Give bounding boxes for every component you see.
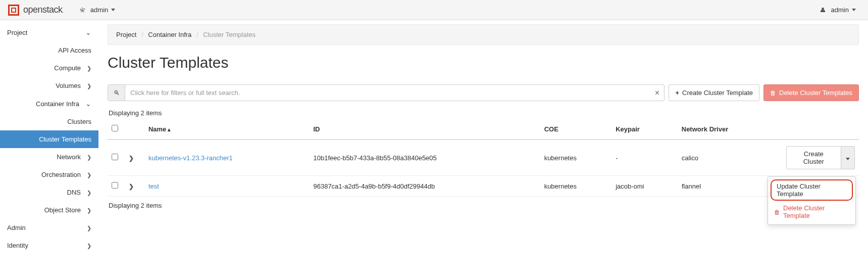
sidebar-item-object-store[interactable]: Object Store (0, 201, 98, 219)
table-row: kubernetes-v1.23.3-rancher1 10b1feec-b5b… (108, 140, 859, 176)
breadcrumb-sep: / (141, 31, 143, 38)
sidebar-item-label: Volumes (56, 82, 81, 89)
sidebar-item-label: Object Store (44, 206, 81, 214)
display-count-bottom: Displaying 2 items (109, 202, 859, 209)
cell-id: 10b1feec-b5b7-433a-8b55-08a3840e5e05 (309, 140, 540, 176)
sidebar-item-orchestration[interactable]: Orchestration (0, 166, 98, 183)
sidebar-item-label: Orchestration (41, 171, 81, 178)
openstack-logo-icon (8, 5, 19, 16)
breadcrumb: Project / Container Infra / Cluster Temp… (108, 24, 859, 45)
project-switcher[interactable]: admin (76, 4, 119, 16)
cell-keypair: jacob-omi (611, 176, 678, 197)
search-clear-button[interactable]: × (650, 85, 664, 101)
breadcrumb-current: Cluster Templates (203, 31, 256, 38)
breadcrumb-item[interactable]: Project (116, 31, 136, 38)
col-header-name[interactable]: Name (144, 119, 310, 140)
chevron-right-icon (87, 171, 91, 178)
select-all-checkbox[interactable] (112, 125, 118, 131)
search-wrap: × (108, 84, 665, 101)
caret-down-icon (111, 9, 115, 11)
sidebar-item-label: API Access (58, 47, 91, 54)
user-menu-label: admin (831, 6, 849, 14)
page-title: Cluster Templates (108, 54, 859, 71)
create-cluster-template-button[interactable]: Create Cluster Template (669, 84, 759, 101)
chevron-right-icon (87, 206, 91, 214)
user-menu[interactable]: admin (816, 4, 860, 16)
chevron-down-icon (85, 100, 91, 108)
cell-netdrv: calico (678, 140, 782, 176)
cell-keypair: - (611, 140, 678, 176)
topbar: openstack. admin admin (0, 0, 868, 20)
sidebar-item-label: Project (7, 29, 27, 36)
cluster-templates-table: Name ID COE Keypair Network Driver kuber… (108, 119, 859, 197)
sidebar-item-api-access[interactable]: API Access (0, 41, 98, 59)
chevron-right-icon (87, 189, 91, 196)
chevron-right-icon (87, 242, 91, 249)
col-header-keypair[interactable]: Keypair (611, 119, 678, 140)
expand-toggle[interactable] (128, 154, 135, 162)
sidebar-item-label: Admin (7, 224, 26, 232)
dropdown-item-label: Delete Cluster Template (783, 204, 849, 219)
search-input[interactable] (125, 85, 650, 101)
user-icon (820, 6, 828, 14)
highlight-ring: Update Cluster Template (771, 179, 853, 201)
search-icon (108, 85, 125, 101)
sidebar-item-label: Compute (54, 64, 81, 72)
sidebar-item-label: Identity (7, 242, 28, 249)
create-cluster-button[interactable]: Create Cluster (786, 146, 841, 169)
toolbar: × Create Cluster Template Delete Cluster… (108, 84, 859, 101)
chevron-down-icon (85, 28, 91, 36)
col-header-netdrv[interactable]: Network Driver (678, 119, 782, 140)
sidebar-item-project[interactable]: Project (0, 23, 98, 41)
row-actions-toggle[interactable] (841, 146, 855, 169)
sidebar-item-label: DNS (67, 189, 81, 196)
expand-toggle[interactable] (128, 182, 135, 190)
sidebar-item-identity[interactable]: Identity (0, 237, 98, 254)
sidebar-item-container-infra[interactable]: Container Infra (0, 95, 98, 113)
delete-cluster-templates-button[interactable]: Delete Cluster Templates (763, 84, 859, 101)
col-header-coe[interactable]: COE (540, 119, 612, 140)
sidebar-item-compute[interactable]: Compute (0, 59, 98, 77)
row-checkbox[interactable] (112, 182, 118, 189)
sidebar-item-label: Network (57, 153, 81, 161)
caret-down-icon (852, 9, 856, 11)
main-content: Project / Container Infra / Cluster Temp… (98, 20, 868, 254)
template-name-link[interactable]: kubernetes-v1.23.3-rancher1 (148, 154, 233, 162)
table-row: test 96387ca1-a2d5-4a9b-b5f9-4d0df29944d… (108, 176, 859, 197)
chevron-right-icon (87, 82, 91, 89)
sidebar-item-clusters[interactable]: Clusters (0, 113, 98, 130)
row-checkbox[interactable] (112, 154, 118, 160)
sidebar-item-network[interactable]: Network (0, 148, 98, 166)
brand-logo[interactable]: openstack. (8, 5, 64, 16)
breadcrumb-item[interactable]: Container Infra (148, 31, 191, 38)
sidebar-item-cluster-templates[interactable]: Cluster Templates (0, 130, 98, 148)
plus-icon (675, 89, 679, 97)
sidebar-item-label: Cluster Templates (39, 135, 91, 143)
display-count-top: Displaying 2 items (109, 109, 859, 117)
delete-cluster-template-item[interactable]: Delete Cluster Template (768, 201, 855, 222)
sidebar-item-volumes[interactable]: Volumes (0, 77, 98, 95)
project-switcher-label: admin (90, 6, 108, 14)
trash-icon (770, 89, 776, 97)
sidebar: Project API Access Compute Volumes Conta… (0, 20, 98, 254)
template-name-link[interactable]: test (148, 182, 159, 190)
update-cluster-template-item[interactable]: Update Cluster Template (777, 182, 847, 198)
chevron-right-icon (87, 64, 91, 72)
caret-down-icon (846, 158, 850, 160)
sidebar-item-admin[interactable]: Admin (0, 219, 98, 237)
button-label: Create Cluster Template (682, 89, 753, 97)
cell-id: 96387ca1-a2d5-4a9b-b5f9-4d0df29944db (309, 176, 540, 197)
cell-netdrv: flannel (678, 176, 782, 197)
sidebar-item-dns[interactable]: DNS (0, 183, 98, 201)
sidebar-item-label: Clusters (67, 118, 91, 125)
col-header-id[interactable]: ID (309, 119, 540, 140)
button-label: Delete Cluster Templates (779, 89, 852, 97)
cell-coe: kubernetes (540, 176, 612, 197)
chevron-right-icon (87, 153, 91, 161)
project-icon (80, 6, 87, 14)
chevron-right-icon (87, 224, 91, 232)
sidebar-item-label: Container Infra (36, 100, 79, 108)
cell-coe: kubernetes (540, 140, 612, 176)
breadcrumb-sep: / (196, 31, 198, 38)
row-actions-dropdown: Update Cluster Template Delete Cluster T… (768, 176, 856, 225)
